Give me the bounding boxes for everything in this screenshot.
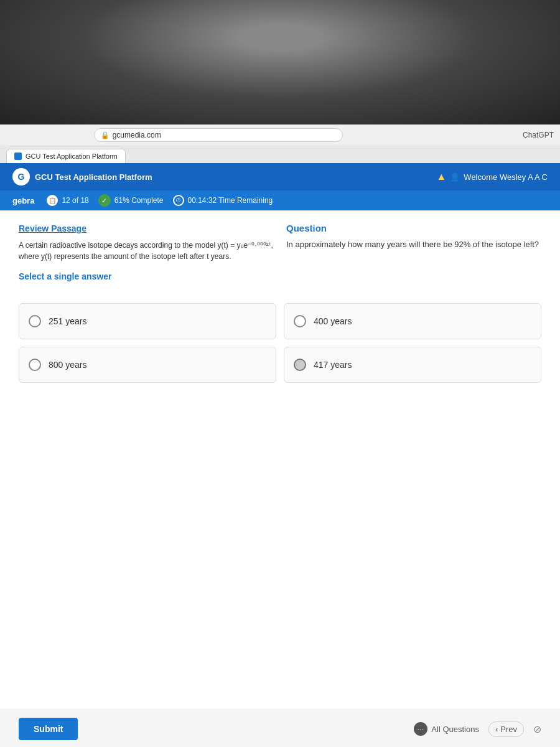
app-title: GCU Test Application Platform bbox=[35, 172, 152, 182]
answers-grid: 251 years 400 years 800 years 417 years bbox=[19, 303, 541, 383]
tab-label: GCU Test Application Platform bbox=[26, 153, 118, 160]
select-answer-label: Select a single answer bbox=[19, 271, 274, 281]
right-col: Question In approximately how many years… bbox=[286, 223, 541, 291]
answer-option-b[interactable]: 400 years bbox=[284, 303, 541, 339]
app-logo: G bbox=[12, 168, 30, 186]
question-label: Question bbox=[286, 223, 541, 233]
triangle-icon: ▲ bbox=[437, 171, 447, 182]
app-header-left: G GCU Test Application Platform bbox=[12, 168, 152, 186]
browser-chrome: 🔒 gcumedia.com ChatGPT bbox=[0, 125, 560, 146]
all-questions-button[interactable]: ··· All Questions bbox=[414, 722, 479, 736]
timer-icon: ⏱ bbox=[173, 195, 184, 206]
cancel-button[interactable]: ⊘ bbox=[533, 723, 541, 735]
prev-label: Prev bbox=[500, 725, 517, 734]
complete-label: 61% Complete bbox=[114, 196, 164, 205]
question-count-icon: 📋 bbox=[47, 195, 58, 206]
prev-button[interactable]: ‹ Prev bbox=[488, 721, 524, 737]
user-icon: 👤 bbox=[450, 172, 460, 182]
app-header: G GCU Test Application Platform ▲ 👤 Welc… bbox=[0, 163, 560, 190]
browser-tab[interactable]: GCU Test Application Platform bbox=[6, 149, 126, 163]
extension-label: ChatGPT bbox=[523, 131, 554, 139]
prev-chevron-icon: ‹ bbox=[495, 725, 498, 734]
tab-bar: GCU Test Application Platform bbox=[0, 146, 560, 163]
passage-text: A certain radioactive isotope decays acc… bbox=[19, 240, 274, 262]
question-count-item: 📋 12 of 18 bbox=[47, 195, 88, 206]
nav-progress: 📋 12 of 18 ✓ 61% Complete ⏱ 00:14:32 Tim… bbox=[47, 194, 273, 207]
question-text: In approximately how many years will the… bbox=[286, 238, 541, 251]
main-content: Review Passage A certain radioactive iso… bbox=[0, 210, 560, 708]
photo-area bbox=[0, 0, 560, 125]
timer-item: ⏱ 00:14:32 Time Remaining bbox=[173, 195, 273, 206]
content-columns: Review Passage A certain radioactive iso… bbox=[19, 223, 541, 291]
answer-text-b: 400 years bbox=[314, 316, 352, 326]
app-header-right: ▲ 👤 Welcome Wesley A A C bbox=[437, 171, 548, 182]
answer-option-c[interactable]: 800 years bbox=[19, 347, 276, 383]
answer-option-d[interactable]: 417 years bbox=[284, 347, 541, 383]
answer-option-a[interactable]: 251 years bbox=[19, 303, 276, 339]
all-questions-label: All Questions bbox=[431, 725, 479, 734]
left-col: Review Passage A certain radioactive iso… bbox=[19, 223, 274, 291]
bottom-area: Submit ··· All Questions ‹ Prev ⊘ bbox=[0, 708, 560, 747]
url-text: gcumedia.com bbox=[113, 131, 161, 139]
complete-item: ✓ 61% Complete bbox=[98, 194, 164, 207]
content-spacer bbox=[19, 383, 541, 601]
radio-circle-b bbox=[294, 315, 306, 327]
answer-text-a: 251 years bbox=[49, 316, 86, 326]
answer-text-d: 417 years bbox=[314, 360, 352, 370]
timer-label: 00:14:32 Time Remaining bbox=[188, 196, 273, 205]
answer-text-c: 800 years bbox=[49, 360, 86, 370]
url-bar[interactable]: 🔒 gcumedia.com bbox=[94, 128, 343, 142]
lock-icon: 🔒 bbox=[101, 131, 110, 139]
radio-circle-a bbox=[29, 315, 41, 327]
radio-circle-c bbox=[29, 359, 41, 371]
welcome-text: Welcome Wesley A A C bbox=[464, 172, 548, 182]
dots-icon: ··· bbox=[414, 722, 427, 736]
tab-favicon bbox=[14, 153, 22, 160]
review-passage-link[interactable]: Review Passage bbox=[19, 223, 86, 233]
question-count: 12 of 18 bbox=[62, 196, 88, 205]
complete-badge: ✓ bbox=[98, 194, 111, 207]
radio-circle-d bbox=[294, 359, 306, 371]
nav-buttons: ··· All Questions ‹ Prev ⊘ bbox=[414, 721, 541, 737]
nav-bar: gebra 📋 12 of 18 ✓ 61% Complete ⏱ 00:14:… bbox=[0, 190, 560, 210]
gebra-label: gebra bbox=[12, 196, 34, 205]
submit-button[interactable]: Submit bbox=[19, 718, 78, 740]
